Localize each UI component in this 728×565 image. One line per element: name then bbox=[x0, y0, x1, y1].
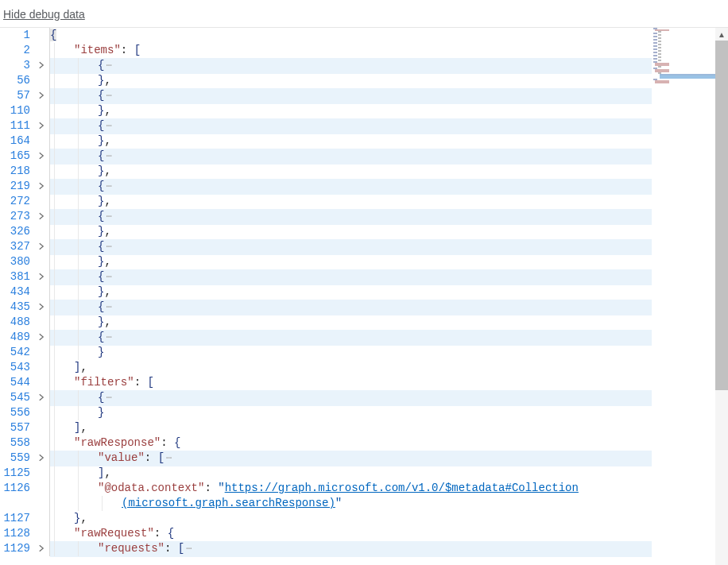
fold-ellipsis: ⋯ bbox=[104, 302, 111, 313]
fold-chevron-icon[interactable] bbox=[33, 541, 49, 556]
line-number: 557 bbox=[0, 420, 33, 435]
minimap-line bbox=[655, 64, 669, 66]
code-content: ], bbox=[50, 360, 652, 375]
minimap-line bbox=[653, 58, 657, 60]
fold-chevron-icon[interactable] bbox=[33, 88, 49, 103]
code-row: 56}, bbox=[0, 73, 652, 88]
minimap-line bbox=[658, 41, 661, 42]
code-row: 434}, bbox=[0, 284, 652, 300]
fold-ellipsis: ⋯ bbox=[104, 242, 111, 253]
fold-chevron-icon[interactable] bbox=[33, 330, 49, 345]
minimap-line bbox=[653, 42, 657, 44]
minimap-line bbox=[655, 82, 669, 83]
code-content: } bbox=[50, 405, 652, 420]
token-punct: , bbox=[104, 134, 110, 147]
fold-ellipsis: ⋯ bbox=[184, 544, 192, 555]
line-number: 1125 bbox=[0, 466, 33, 481]
fold-chevron-icon[interactable] bbox=[33, 118, 49, 134]
code-content: {⋯ bbox=[50, 179, 652, 195]
line-number: 1 bbox=[0, 28, 33, 43]
code-content: ], bbox=[50, 420, 652, 435]
token-key: "items" bbox=[74, 44, 121, 56]
token-punct: , bbox=[104, 104, 110, 117]
fold-chevron-icon[interactable] bbox=[33, 269, 49, 284]
line-number: 545 bbox=[0, 390, 33, 405]
fold-ellipsis: ⋯ bbox=[104, 211, 111, 223]
code-row: 1129"requests": [⋯ bbox=[0, 541, 652, 556]
code-content: "value": [⋯ bbox=[50, 451, 652, 466]
minimap-line bbox=[653, 52, 657, 53]
code-row: 219{⋯ bbox=[0, 179, 652, 194]
code-row: 2"items": [ bbox=[0, 43, 652, 58]
code-editor[interactable]: 1{2"items": [3{⋯56},57{⋯110},111{⋯164},1… bbox=[0, 28, 652, 565]
line-number: 3 bbox=[0, 58, 33, 73]
code-content: {⋯ bbox=[50, 330, 652, 346]
fold-chevron-icon[interactable] bbox=[33, 58, 49, 73]
token-punct: , bbox=[104, 285, 110, 298]
hide-debug-label: Hide debug data bbox=[3, 8, 85, 21]
token-punct: , bbox=[104, 255, 110, 268]
code-row: 1127}, bbox=[0, 511, 652, 526]
minimap-line bbox=[653, 55, 657, 56]
fold-chevron-icon[interactable] bbox=[33, 451, 49, 466]
code-content: "items": [ bbox=[50, 43, 652, 58]
line-number: 273 bbox=[0, 209, 33, 224]
token-punct: : bbox=[161, 436, 174, 449]
fold-chevron-icon[interactable] bbox=[33, 179, 49, 194]
code-row: 3{⋯ bbox=[0, 58, 652, 73]
code-row: 111{⋯ bbox=[0, 118, 652, 134]
minimap-line bbox=[658, 44, 661, 45]
minimap-line bbox=[660, 77, 715, 79]
line-number: 218 bbox=[0, 164, 33, 179]
vertical-scrollbar[interactable]: ▲ bbox=[715, 28, 728, 565]
line-number: 272 bbox=[0, 194, 33, 209]
fold-chevron-icon[interactable] bbox=[33, 300, 49, 315]
minimap-line bbox=[658, 34, 661, 36]
code-content: ], bbox=[50, 466, 652, 481]
token-key: "@odata.context" bbox=[98, 482, 204, 494]
line-number: 559 bbox=[0, 451, 33, 466]
token-brace: } bbox=[98, 406, 104, 419]
fold-chevron-icon[interactable] bbox=[33, 390, 49, 405]
code-content: }, bbox=[50, 315, 652, 330]
code-content: "requests": [⋯ bbox=[50, 541, 652, 557]
fold-chevron-icon[interactable] bbox=[33, 239, 49, 254]
code-row: 543], bbox=[0, 360, 652, 375]
code-content: }, bbox=[50, 284, 652, 300]
code-row: 1{ bbox=[0, 28, 652, 43]
line-number: 1128 bbox=[0, 526, 33, 541]
token-brace: } bbox=[98, 346, 104, 358]
minimap-line bbox=[658, 37, 661, 39]
fold-chevron-icon[interactable] bbox=[33, 209, 49, 224]
code-row: 1128"rawRequest": { bbox=[0, 526, 652, 541]
token-punct: , bbox=[104, 74, 110, 87]
code-content: "filters": [ bbox=[50, 375, 652, 390]
odata-context-link[interactable]: (microsoft.graph.searchResponse) bbox=[122, 497, 335, 509]
odata-context-link[interactable]: https://graph.microsoft.com/v1.0/$metada… bbox=[225, 482, 579, 494]
code-row: 488}, bbox=[0, 315, 652, 330]
token-punct: : bbox=[121, 44, 134, 56]
code-content: }, bbox=[50, 103, 652, 118]
code-content: { bbox=[50, 28, 652, 43]
token-punct: : bbox=[154, 527, 168, 540]
line-number: 558 bbox=[0, 435, 33, 451]
line-number: 219 bbox=[0, 179, 33, 194]
minimap-line bbox=[658, 47, 661, 48]
token-punct: : bbox=[165, 542, 178, 555]
code-row: 435{⋯ bbox=[0, 300, 652, 315]
token-punct: , bbox=[104, 195, 110, 207]
code-row: 273{⋯ bbox=[0, 209, 652, 224]
hide-debug-link[interactable]: Hide debug data bbox=[0, 0, 728, 27]
line-number: 435 bbox=[0, 300, 33, 315]
fold-chevron-icon[interactable] bbox=[33, 149, 49, 164]
line-number: 381 bbox=[0, 269, 33, 284]
minimap[interactable] bbox=[652, 28, 715, 565]
line-number: 2 bbox=[0, 43, 33, 58]
fold-ellipsis: ⋯ bbox=[104, 181, 111, 192]
code-content: "rawRequest": { bbox=[50, 526, 652, 541]
code-content: }, bbox=[50, 134, 652, 149]
scroll-thumb[interactable] bbox=[715, 41, 728, 390]
scroll-up-arrow[interactable]: ▲ bbox=[715, 28, 728, 41]
code-content: (microsoft.graph.searchResponse)" bbox=[50, 496, 652, 511]
minimap-line bbox=[658, 66, 661, 68]
